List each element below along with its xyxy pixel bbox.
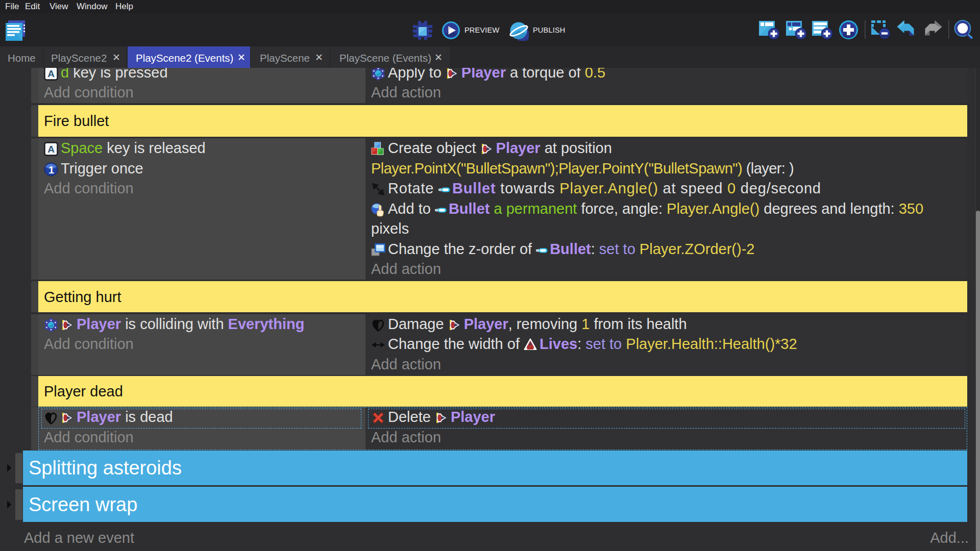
svg-text:A: A bbox=[47, 68, 55, 79]
svg-text:A: A bbox=[47, 144, 55, 155]
svg-text:1: 1 bbox=[48, 164, 54, 175]
